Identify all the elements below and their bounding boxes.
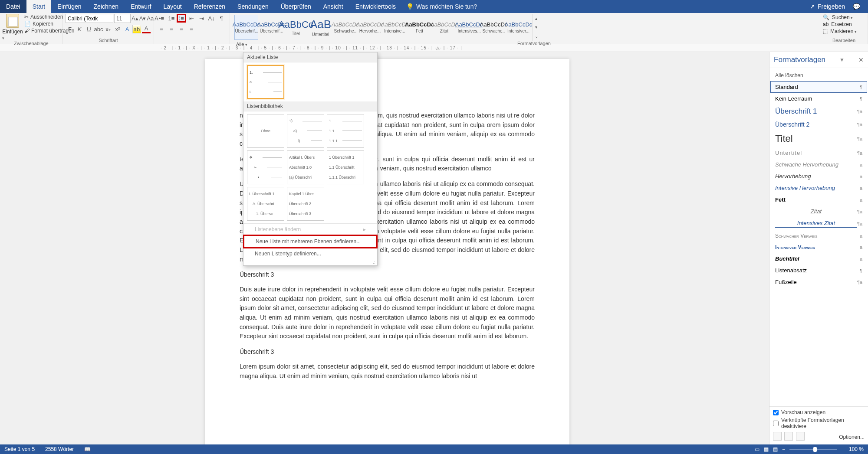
paragraph[interactable]: Duis aute irure dolor in reprehenderit i… xyxy=(240,285,535,341)
multilevel-list-icon[interactable]: ⁞≡ xyxy=(177,14,186,23)
style-entry[interactable]: Überschrift 1¶a xyxy=(770,105,867,118)
increase-indent-icon[interactable]: ⇥ xyxy=(197,14,206,23)
select-button[interactable]: ⬚Markieren xyxy=(823,28,865,35)
style-entry[interactable]: Buchtitela xyxy=(770,253,867,265)
grow-font-icon[interactable]: A▴ xyxy=(132,14,138,23)
style-tile[interactable]: AaBbCcDcIntensives... xyxy=(457,15,481,40)
style-entry[interactable]: Listenabsatz¶ xyxy=(770,265,867,276)
clear-all-entry[interactable]: Alle löschen xyxy=(770,70,867,81)
font-size-input[interactable] xyxy=(114,14,131,23)
status-spell-icon[interactable]: 📖 xyxy=(84,446,91,452)
zoom-out-icon[interactable]: − xyxy=(782,446,785,452)
view-web-icon[interactable]: ▤ xyxy=(773,446,778,452)
replace-button[interactable]: abErsetzen xyxy=(823,21,865,28)
define-new-multilevel-list-item[interactable]: Neue Liste mit mehreren Ebenen definiere… xyxy=(243,235,378,248)
style-entry[interactable]: Hervorhebunga xyxy=(770,170,867,182)
style-tile[interactable]: AaBbCcDcZitat xyxy=(432,15,456,40)
style-entry[interactable]: Fetta xyxy=(770,194,867,206)
document-scroll[interactable]: ng elit, sed do eiusmod tempor incididun… xyxy=(0,52,769,444)
menu-tab-layout[interactable]: Layout xyxy=(158,0,188,13)
underline-icon[interactable]: U xyxy=(85,25,93,33)
strike-icon[interactable]: abc xyxy=(94,25,103,33)
close-icon[interactable]: ✕ xyxy=(858,56,864,63)
style-entry[interactable]: Intensive Hervorhebunga xyxy=(770,182,867,194)
list-thumb-IA1[interactable]: I. Überschrift 1 A. Überschri 1. Übersc xyxy=(247,187,284,221)
menu-tab-zeichnen[interactable]: Zeichnen xyxy=(88,0,125,13)
style-entry[interactable]: Zitat¶a xyxy=(770,206,867,217)
menu-tab-datei[interactable]: Datei xyxy=(0,0,26,13)
numbering-icon[interactable]: 1≡ xyxy=(167,14,176,23)
bold-icon[interactable]: F xyxy=(66,25,74,33)
comments-icon[interactable]: 💬 xyxy=(853,3,860,10)
heading-3[interactable]: Überschrift 3 xyxy=(240,270,535,280)
styles-gallery-more[interactable]: ▴▾⌄ xyxy=(532,14,540,41)
heading-3[interactable]: Überschrift 3 xyxy=(240,347,535,357)
style-inspector-icon[interactable] xyxy=(784,432,793,441)
manage-styles-icon[interactable] xyxy=(796,432,805,441)
tell-me-search[interactable]: 💡 Was möchten Sie tun? xyxy=(406,3,477,10)
list-thumb-bullets[interactable]: ❖ ➣ • xyxy=(247,150,284,184)
paste-button[interactable]: Einfügen xyxy=(3,14,23,41)
styles-options-link[interactable]: Optionen... xyxy=(839,434,865,440)
superscript-icon[interactable]: x² xyxy=(113,25,122,33)
font-color-icon[interactable]: A xyxy=(142,25,151,33)
style-entry[interactable]: Standard¶ xyxy=(770,81,867,93)
change-case-icon[interactable]: Aa xyxy=(147,14,154,23)
preview-checkbox[interactable]: Vorschau anzeigen xyxy=(773,409,865,415)
italic-icon[interactable]: K xyxy=(75,25,84,33)
menu-tab-entwurf[interactable]: Entwurf xyxy=(125,0,157,13)
style-tile[interactable]: AaBbCcDcÜberschrif... xyxy=(234,15,258,40)
style-entry[interactable]: Schwacher Verweisa xyxy=(770,230,867,242)
zoom-level[interactable]: 100 % xyxy=(849,446,864,452)
zoom-slider[interactable] xyxy=(789,449,837,450)
menu-tab-sendungen[interactable]: Sendungen xyxy=(231,0,275,13)
list-thumb-chapter[interactable]: Kapitel 1 Über Überschrift 2— Überschrif… xyxy=(287,187,324,221)
styles-pane-dropdown-icon[interactable]: ▼ xyxy=(839,57,845,63)
list-thumb-current[interactable]: 1. a. i. xyxy=(247,65,284,99)
align-left-icon[interactable]: ≡ xyxy=(157,24,166,33)
style-entry[interactable]: Untertitel¶a xyxy=(770,147,867,159)
justify-icon[interactable]: ≡ xyxy=(187,24,196,33)
text-effects-icon[interactable]: A xyxy=(123,25,132,33)
highlight-icon[interactable]: ab xyxy=(132,25,141,33)
share-button[interactable]: ↗ Freigeben xyxy=(810,3,845,10)
shrink-font-icon[interactable]: A▾ xyxy=(139,14,146,23)
style-tile[interactable]: AaBbCcTitel xyxy=(284,15,308,40)
list-thumb-1-heading[interactable]: 1 Überschrift 1 1.1 Überschrift 1.1.1 Üb… xyxy=(327,150,364,184)
style-entry[interactable]: Kein Leerraum¶ xyxy=(770,93,867,105)
align-center-icon[interactable]: ≡ xyxy=(167,24,176,33)
decrease-indent-icon[interactable]: ⇤ xyxy=(187,14,196,23)
disable-linked-checkbox[interactable]: Verknüpfte Formatvorlagen deaktiviere xyxy=(773,417,865,429)
style-entry[interactable]: Überschrift 2¶a xyxy=(770,118,867,131)
menu-tab-ansicht[interactable]: Ansicht xyxy=(317,0,349,13)
find-button[interactable]: 🔍Suchen xyxy=(823,14,865,21)
menu-tab-überprüfen[interactable]: Überprüfen xyxy=(275,0,317,13)
style-tile[interactable]: AaBbCcDcIntensive... xyxy=(383,15,407,40)
zoom-in-icon[interactable]: + xyxy=(842,446,845,452)
define-new-list-type-item[interactable]: Neuen Listentyp definieren... xyxy=(243,248,377,259)
style-tile[interactable]: AaBbCcDcFett xyxy=(408,15,431,40)
show-marks-icon[interactable]: ¶ xyxy=(217,14,226,23)
style-entry[interactable]: Fußzeile¶a xyxy=(770,276,867,288)
style-entry[interactable]: Titel¶a xyxy=(770,131,867,147)
style-entry[interactable]: Schwache Hervorhebunga xyxy=(770,159,867,170)
view-read-icon[interactable]: ▭ xyxy=(755,446,760,452)
sort-icon[interactable]: A↓ xyxy=(207,14,216,23)
style-tile[interactable]: AaBbCcDcSchwache... xyxy=(482,15,506,40)
menu-tab-entwicklertools[interactable]: Entwicklertools xyxy=(349,0,402,13)
list-thumb-1ai-paren[interactable]: 1) a) i) xyxy=(287,114,324,148)
menu-tab-start[interactable]: Start xyxy=(26,0,52,13)
font-name-input[interactable] xyxy=(66,14,113,23)
resize-grip-icon[interactable]: .: xyxy=(243,259,377,265)
menu-tab-einfügen[interactable]: Einfügen xyxy=(51,0,87,13)
style-entry[interactable]: Intensiver Verweisa xyxy=(770,242,867,253)
paragraph[interactable]: Lorem ipsum dolor sit amet, consectetur … xyxy=(240,362,535,381)
view-print-icon[interactable]: ▦ xyxy=(764,446,769,452)
bullets-icon[interactable]: •≡ xyxy=(157,14,166,23)
list-thumb-111[interactable]: 1. 1.1. 1.1.1. xyxy=(327,114,364,148)
status-word-count[interactable]: 2558 Wörter xyxy=(45,446,74,452)
style-tile[interactable]: AaBUntertitel xyxy=(309,15,332,40)
new-style-icon[interactable] xyxy=(773,432,782,441)
subscript-icon[interactable]: x₂ xyxy=(104,25,112,33)
align-right-icon[interactable]: ≡ xyxy=(177,24,186,33)
